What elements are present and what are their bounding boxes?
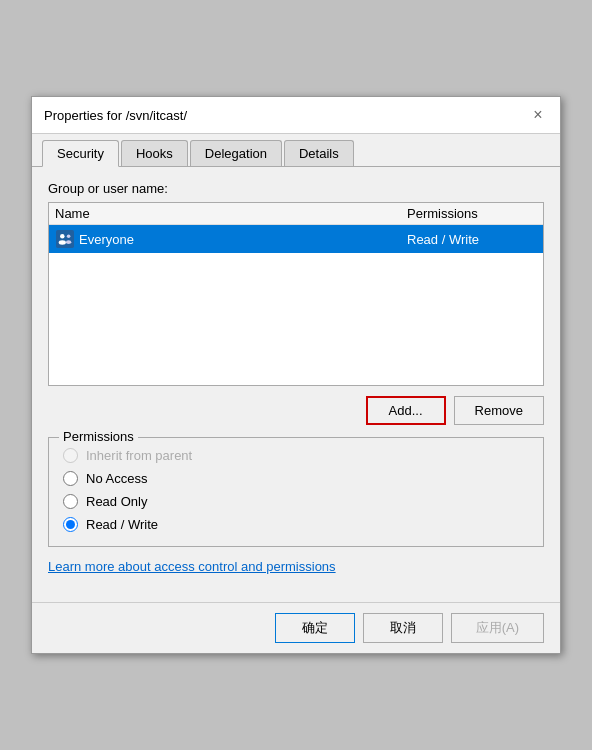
remove-button[interactable]: Remove [454, 396, 544, 425]
column-permissions: Permissions [407, 206, 537, 221]
tab-details[interactable]: Details [284, 140, 354, 166]
group-user-label: Group or user name: [48, 181, 544, 196]
radio-read-write-input[interactable] [63, 517, 78, 532]
close-button[interactable]: × [528, 105, 548, 125]
dialog-title: Properties for /svn/itcast/ [44, 108, 187, 123]
user-icon [55, 229, 75, 249]
learn-more-link[interactable]: Learn more about access control and perm… [48, 559, 336, 574]
svg-rect-0 [56, 230, 74, 248]
tab-security[interactable]: Security [42, 140, 119, 167]
footer-buttons: 确定 取消 应用(A) [32, 602, 560, 653]
tab-bar: Security Hooks Delegation Details [32, 134, 560, 167]
add-button[interactable]: Add... [366, 396, 446, 425]
table-header: Name Permissions [49, 203, 543, 225]
radio-read-only-input[interactable] [63, 494, 78, 509]
svg-point-2 [59, 240, 66, 245]
radio-read-write-label: Read / Write [86, 517, 158, 532]
radio-no-access-label: No Access [86, 471, 147, 486]
cancel-button[interactable]: 取消 [363, 613, 443, 643]
ok-button[interactable]: 确定 [275, 613, 355, 643]
radio-no-access-input[interactable] [63, 471, 78, 486]
radio-read-only-label: Read Only [86, 494, 147, 509]
learn-more-row: Learn more about access control and perm… [48, 559, 544, 574]
table-body: Everyone Read / Write [49, 225, 543, 385]
apply-button[interactable]: 应用(A) [451, 613, 544, 643]
radio-no-access[interactable]: No Access [63, 471, 529, 486]
user-table: Name Permissions [48, 202, 544, 386]
radio-read-write[interactable]: Read / Write [63, 517, 529, 532]
permissions-group: Permissions Inherit from parent No Acces… [48, 437, 544, 547]
row-permissions: Read / Write [407, 232, 537, 247]
column-name: Name [55, 206, 407, 221]
radio-inherit-label: Inherit from parent [86, 448, 192, 463]
svg-point-1 [60, 234, 65, 239]
row-user-name: Everyone [79, 232, 407, 247]
tab-hooks[interactable]: Hooks [121, 140, 188, 166]
svg-point-3 [67, 235, 71, 239]
svg-point-4 [66, 240, 71, 244]
radio-read-only[interactable]: Read Only [63, 494, 529, 509]
radio-inherit-input[interactable] [63, 448, 78, 463]
title-bar: Properties for /svn/itcast/ × [32, 97, 560, 134]
permissions-legend: Permissions [59, 429, 138, 444]
tab-delegation[interactable]: Delegation [190, 140, 282, 166]
properties-dialog: Properties for /svn/itcast/ × Security H… [31, 96, 561, 654]
tab-content: Group or user name: Name Permissions [32, 167, 560, 602]
table-row[interactable]: Everyone Read / Write [49, 225, 543, 253]
radio-inherit[interactable]: Inherit from parent [63, 448, 529, 463]
action-buttons: Add... Remove [48, 396, 544, 425]
